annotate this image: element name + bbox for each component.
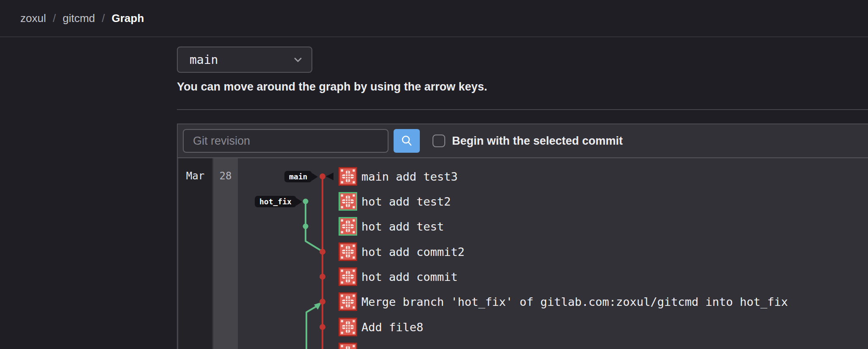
branch-ref-selector[interactable]: main bbox=[177, 47, 312, 73]
begin-with-commit-label: Begin with the selected commit bbox=[452, 135, 623, 148]
branch-label-main[interactable]: main bbox=[284, 171, 312, 182]
breadcrumb-current-page: Graph bbox=[112, 12, 144, 25]
commit-message[interactable]: Merge branch 'hot_fix' of gitlab.com:zox… bbox=[361, 295, 788, 308]
graph-page-content: main You can move around the graph by us… bbox=[177, 37, 868, 349]
commit-avatar bbox=[339, 242, 357, 261]
commit-message[interactable]: hot add commit bbox=[361, 270, 458, 283]
selected-branch-name: main bbox=[190, 53, 218, 67]
commit-row[interactable]: hot add commit2 bbox=[339, 242, 465, 261]
commit-message[interactable]: Add file8 bbox=[361, 321, 423, 334]
breadcrumb-separator: / bbox=[102, 12, 105, 25]
git-revision-input[interactable] bbox=[183, 129, 389, 153]
search-button[interactable] bbox=[394, 129, 420, 153]
commit-avatar bbox=[339, 343, 357, 349]
breadcrumb-group-link[interactable]: zoxul bbox=[20, 12, 46, 25]
selected-commit-marker bbox=[326, 173, 333, 180]
commit-message[interactable]: hot add test bbox=[361, 220, 444, 233]
commit-row[interactable]: Add file8 bbox=[339, 318, 423, 336]
graph-lanes bbox=[178, 158, 338, 349]
commit-avatar bbox=[339, 167, 357, 186]
branch-label-hot-fix[interactable]: hot_fix bbox=[255, 196, 296, 207]
commit-row[interactable]: hot add test bbox=[339, 217, 444, 236]
commit-graph: Mar 28 mai bbox=[178, 158, 868, 349]
chevron-down-icon bbox=[293, 55, 303, 65]
commit-row[interactable]: main add test3 bbox=[339, 167, 458, 186]
search-row: Begin with the selected commit bbox=[178, 124, 868, 158]
commit-message[interactable]: hot add test2 bbox=[361, 195, 451, 208]
commit-avatar bbox=[339, 267, 357, 286]
graph-panel: Begin with the selected commit Mar 28 bbox=[177, 124, 868, 349]
section-divider bbox=[177, 109, 868, 110]
graph-help-text: You can move around the graph by using t… bbox=[177, 80, 487, 93]
commit-message[interactable]: main add test3 bbox=[361, 170, 458, 183]
commit-avatar bbox=[339, 192, 357, 211]
commit-row[interactable] bbox=[339, 343, 361, 349]
commit-avatar bbox=[339, 217, 357, 236]
commit-message[interactable]: hot add commit2 bbox=[361, 245, 465, 258]
breadcrumb: zoxul / gitcmd / Graph bbox=[0, 0, 868, 37]
begin-with-commit-checkbox[interactable] bbox=[433, 135, 445, 147]
commit-avatar bbox=[339, 318, 357, 336]
breadcrumb-project-link[interactable]: gitcmd bbox=[63, 12, 95, 25]
commit-row[interactable]: Merge branch 'hot_fix' of gitlab.com:zox… bbox=[339, 292, 788, 311]
commit-avatar bbox=[339, 292, 357, 311]
commit-row[interactable]: hot add test2 bbox=[339, 192, 451, 211]
breadcrumb-separator: / bbox=[53, 12, 56, 25]
commit-row[interactable]: hot add commit bbox=[339, 267, 458, 286]
search-icon bbox=[400, 135, 413, 147]
